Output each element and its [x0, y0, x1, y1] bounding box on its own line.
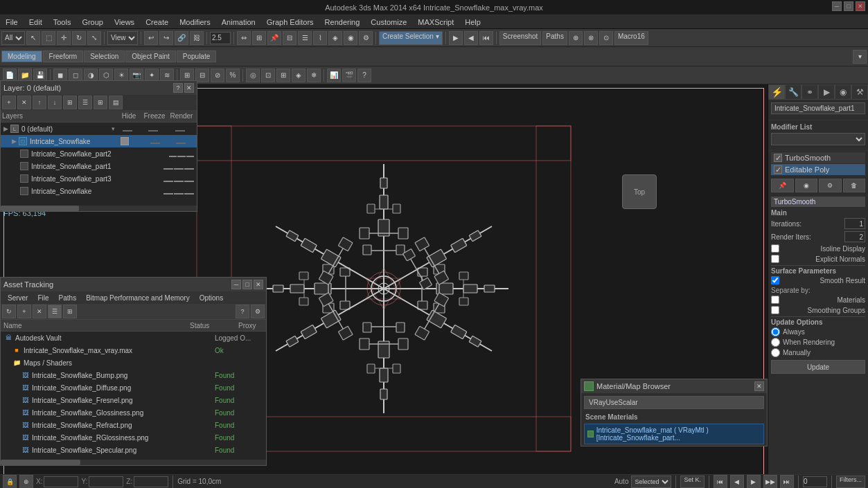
modifier-list-dropdown[interactable] — [771, 133, 865, 145]
tab-modeling[interactable]: Modeling — [1, 51, 42, 62]
asset-remove-btn[interactable]: ✕ — [33, 305, 46, 318]
vray-scalar-label[interactable]: VRayUseScalar — [584, 396, 764, 409]
asset-vault[interactable]: 🏛 Autodesk Vault Logged O... — [1, 332, 266, 344]
asset-fresnel[interactable]: 🖼 Intricate_Snowflake_Fresnel.png Found — [1, 394, 266, 406]
layer-help-btn[interactable]: ? — [173, 83, 183, 93]
manually-option[interactable]: Manually — [771, 348, 865, 357]
selection-filter[interactable]: All — [1, 31, 25, 45]
select-region-btn[interactable]: ⬚ — [42, 31, 55, 45]
angle-snap-btn[interactable]: ⊘ — [211, 69, 224, 82]
hide-sel-btn[interactable]: ◈ — [292, 69, 305, 82]
paths-btn[interactable]: Paths — [542, 31, 567, 45]
asset-close-btn[interactable]: ✕ — [254, 280, 263, 289]
mod-show-all-btn[interactable]: ◉ — [795, 179, 818, 192]
asset-list-view-btn[interactable]: ☰ — [48, 305, 62, 318]
material-editor-btn[interactable]: ◉ — [344, 31, 357, 45]
asset-menu-bitmap[interactable]: Bitmap Performance and Memory — [82, 294, 194, 302]
object-name[interactable]: Intricate_Snowflake_part1 — [771, 102, 865, 114]
display-tab[interactable]: ◉ — [835, 84, 851, 100]
array-btn[interactable]: ⊞ — [252, 31, 266, 45]
go-end-btn[interactable]: ⏭ — [780, 475, 794, 489]
tab-populate[interactable]: Populate — [177, 51, 216, 62]
snap3d-btn[interactable]: ⊟ — [195, 69, 209, 82]
status-coord-btn[interactable]: ⊕ — [19, 475, 33, 489]
expand-ribbon-btn[interactable]: ▾ — [853, 50, 867, 64]
render-setup-btn[interactable]: ⚙ — [359, 31, 373, 45]
layer-item-0[interactable]: ▶ L 0 (default) ▾ — [1, 123, 197, 135]
editable-poly-checkbox[interactable]: ✓ — [774, 165, 782, 174]
scale-btn[interactable]: ⤡ — [87, 31, 101, 45]
menu-file[interactable]: File — [0, 17, 24, 28]
layer-item-snowflake[interactable]: ▶ □ Intricate_Snowflake — [1, 135, 197, 147]
unlink-btn[interactable]: ⛓ — [190, 31, 204, 45]
materials-checkbox[interactable] — [771, 296, 779, 304]
create-selection-btn[interactable]: Create Selection ▾ — [379, 31, 443, 45]
layer-new-btn[interactable]: + — [2, 96, 16, 109]
question-btn[interactable]: ? — [357, 69, 371, 82]
mod-configure-btn[interactable]: ⚙ — [819, 179, 842, 192]
asset-menu-server[interactable]: Server — [3, 294, 32, 302]
playback-btn2[interactable]: ◀ — [464, 31, 478, 45]
spinner-input[interactable] — [210, 32, 231, 44]
asset-menu-paths[interactable]: Paths — [55, 294, 81, 302]
asset-help-btn[interactable]: ? — [236, 305, 249, 318]
move-btn[interactable]: ✛ — [57, 31, 71, 45]
menu-help[interactable]: Help — [459, 17, 486, 28]
navigation-cube[interactable]: Top — [622, 174, 664, 216]
menu-graph-editors[interactable]: Graph Editors — [261, 17, 319, 28]
menu-tools[interactable]: Tools — [48, 17, 77, 28]
mat-browser-close-btn[interactable]: ✕ — [754, 381, 764, 391]
link-btn[interactable]: 🔗 — [175, 31, 188, 45]
update-btn[interactable]: Update — [771, 360, 865, 374]
menu-maxscript[interactable]: MAXScript — [412, 17, 459, 28]
menu-create[interactable]: Create — [140, 17, 174, 28]
z-input[interactable] — [134, 476, 168, 487]
menu-rendering[interactable]: Rendering — [319, 17, 366, 28]
layer-move-down-btn[interactable]: ↓ — [48, 96, 62, 109]
close-btn[interactable]: ✕ — [856, 1, 865, 11]
layer-item-part2[interactable]: Intricate_Snowflake_part2 — [1, 147, 197, 160]
set-k-btn[interactable]: Set K. — [680, 476, 705, 488]
asset-menu-file[interactable]: File — [33, 294, 53, 302]
rotate-btn[interactable]: ↻ — [72, 31, 86, 45]
smoothing-groups-checkbox[interactable] — [771, 306, 779, 314]
asset-menu-options[interactable]: Options — [195, 294, 227, 302]
extra-btn2[interactable]: ⊗ — [584, 31, 598, 45]
go-start-btn[interactable]: ⏮ — [714, 475, 727, 489]
layer-item-part1[interactable]: Intricate_Snowflake_part1 — [1, 160, 197, 172]
display-float-btn[interactable]: ⊡ — [261, 69, 275, 82]
menu-animation[interactable]: Animation — [216, 17, 261, 28]
asset-scrollbar[interactable] — [1, 460, 266, 465]
modify-tab[interactable]: 🔧 — [785, 84, 801, 100]
nav-cube-box[interactable]: Top — [622, 174, 657, 209]
motion-tab[interactable]: ▶ — [818, 84, 835, 100]
prev-frame-btn[interactable]: ◀ — [730, 475, 744, 489]
curve-btn[interactable]: ⌇ — [313, 31, 327, 45]
isoline-checkbox[interactable] — [771, 244, 779, 253]
asset-maps-folder[interactable]: 📁 Maps / Shaders — [1, 356, 266, 369]
asset-diffuse[interactable]: 🖼 Intricate_Snowflake_Diffuse.png Found — [1, 381, 266, 394]
layer-icon-view-btn[interactable]: ⊞ — [94, 96, 107, 109]
next-frame-btn[interactable]: ▶▶ — [763, 475, 777, 489]
macro16-btn[interactable]: Macro16 — [614, 31, 648, 45]
menu-views[interactable]: Views — [109, 17, 140, 28]
status-lock-btn[interactable]: 🔒 — [3, 475, 17, 489]
smooth-result-checkbox[interactable] — [771, 276, 779, 284]
asset-max-file[interactable]: ■ Intricate_Snowflake_max_vray.max Ok — [1, 344, 266, 356]
create-tab[interactable]: ⚡ — [768, 84, 785, 100]
iterations-input[interactable] — [844, 218, 865, 229]
menu-modifiers[interactable]: Modifiers — [174, 17, 216, 28]
play-btn[interactable]: ▶ — [747, 475, 761, 489]
x-input[interactable] — [44, 476, 78, 487]
layer-item-part3[interactable]: Intricate_Snowflake_part3 — [1, 172, 197, 185]
freeze-btn[interactable]: ❄ — [307, 69, 321, 82]
minimize-btn[interactable]: ─ — [832, 1, 842, 11]
layer-expand-btn[interactable]: ▤ — [109, 96, 123, 109]
view-select[interactable]: View — [107, 31, 138, 45]
maximize-btn[interactable]: □ — [844, 1, 853, 11]
extra-btn3[interactable]: ⊙ — [599, 31, 613, 45]
undo-btn[interactable]: ↩ — [144, 31, 158, 45]
asset-settings-btn[interactable]: ⚙ — [251, 305, 265, 318]
screenshot-btn[interactable]: Screenshot — [499, 31, 542, 45]
track-view-btn[interactable]: 📊 — [327, 69, 341, 82]
